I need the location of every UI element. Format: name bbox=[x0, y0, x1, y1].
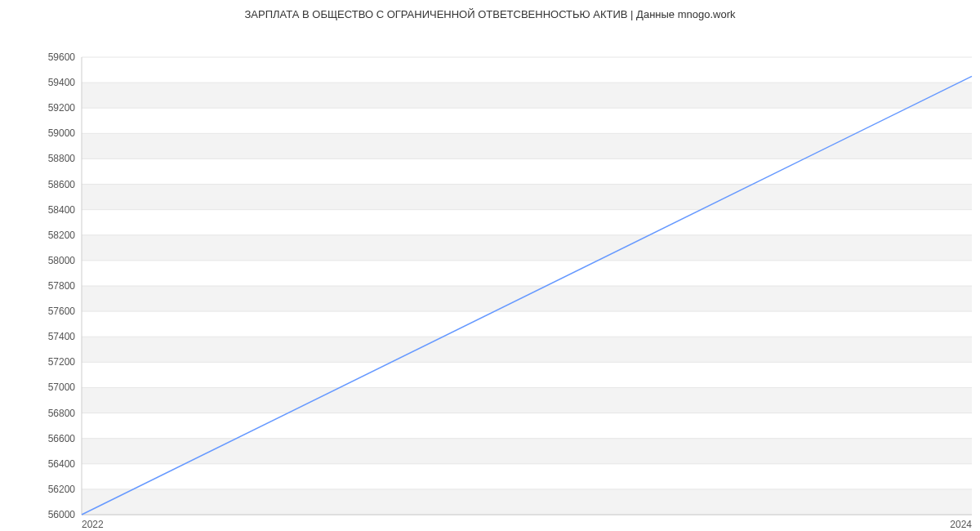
grid-band bbox=[82, 464, 972, 489]
y-tick-label: 56400 bbox=[48, 458, 76, 470]
y-tick-label: 58000 bbox=[48, 255, 76, 266]
grid-band bbox=[82, 489, 972, 515]
y-tick-label: 57000 bbox=[48, 382, 76, 393]
y-tick-label: 56800 bbox=[48, 408, 76, 419]
y-tick-label: 58200 bbox=[48, 230, 76, 241]
y-tick-label: 58800 bbox=[48, 153, 76, 164]
y-tick-label: 58400 bbox=[48, 204, 76, 216]
y-tick-label: 59200 bbox=[48, 102, 76, 114]
grid-band bbox=[82, 286, 972, 311]
grid-band bbox=[82, 235, 972, 261]
grid-band bbox=[82, 413, 972, 439]
y-tick-label: 56200 bbox=[48, 484, 76, 495]
grid-band bbox=[82, 185, 972, 210]
chart-title: ЗАРПЛАТА В ОБЩЕСТВО С ОГРАНИЧЕННОЙ ОТВЕТ… bbox=[0, 0, 980, 20]
x-tick-label: 2024 bbox=[950, 519, 972, 530]
x-tick-label: 2022 bbox=[82, 519, 104, 530]
y-tick-label: 56600 bbox=[48, 433, 76, 444]
grid-band bbox=[82, 83, 972, 108]
line-chart: 5600056200564005660056800570005720057400… bbox=[0, 20, 980, 531]
grid-band bbox=[82, 387, 972, 413]
y-tick-label: 57600 bbox=[48, 306, 76, 317]
grid-band bbox=[82, 439, 972, 464]
grid-band bbox=[82, 158, 972, 184]
y-tick-label: 59600 bbox=[48, 51, 76, 63]
y-tick-label: 56000 bbox=[48, 509, 76, 520]
grid-band bbox=[82, 57, 972, 83]
y-tick-label: 59000 bbox=[48, 127, 76, 139]
grid-band bbox=[82, 362, 972, 387]
y-tick-label: 57800 bbox=[48, 280, 76, 292]
grid-band bbox=[82, 133, 972, 158]
chart-container: ЗАРПЛАТА В ОБЩЕСТВО С ОГРАНИЧЕННОЙ ОТВЕТ… bbox=[0, 0, 980, 531]
grid-band bbox=[82, 311, 972, 337]
grid-band bbox=[82, 108, 972, 133]
y-tick-label: 59400 bbox=[48, 77, 76, 88]
y-tick-label: 57400 bbox=[48, 331, 76, 342]
grid-band bbox=[82, 337, 972, 362]
y-tick-label: 58600 bbox=[48, 179, 76, 190]
y-tick-label: 57200 bbox=[48, 356, 76, 368]
grid-band bbox=[82, 261, 972, 286]
grid-band bbox=[82, 210, 972, 235]
